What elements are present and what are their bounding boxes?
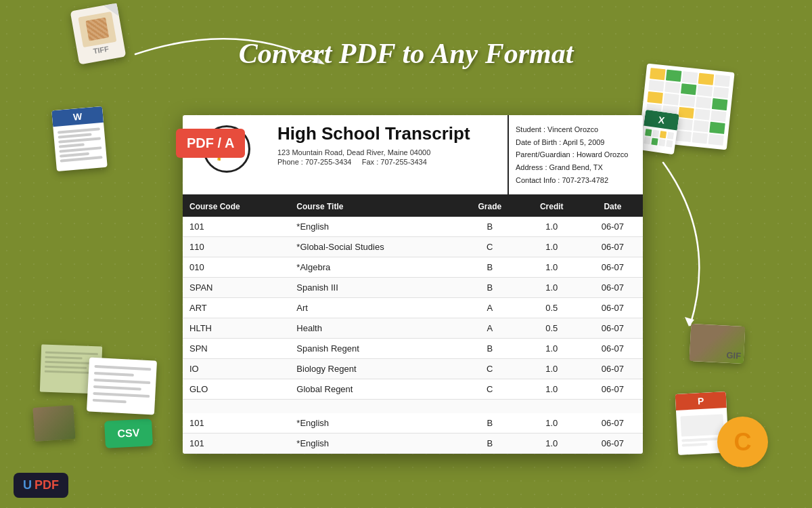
cell-grade: B	[459, 339, 520, 359]
cell-date: 06-07	[583, 298, 643, 318]
table-header-row: Course Code Course Title Grade Credit Da…	[183, 196, 643, 217]
gif-icon: GIF	[690, 324, 746, 364]
student-name-row: Student : Vincent Orozco	[516, 123, 636, 136]
cell-date: 06-07	[583, 359, 643, 379]
cell-title: *English	[290, 217, 459, 237]
cell-grade: B	[459, 413, 520, 433]
pdf-badge: PDF / A	[176, 129, 245, 158]
student-info: Student : Vincent Orozco Date of Birth :…	[508, 115, 643, 194]
cell-credit: 0.5	[521, 298, 583, 318]
cell-grade: B	[459, 433, 520, 453]
cell-credit: 1.0	[521, 379, 583, 400]
document-header: 🎓 High School Transcript 123 Mountain Ro…	[183, 115, 643, 196]
cell-credit: 1.0	[521, 339, 583, 359]
cell-title: Art	[290, 298, 459, 318]
cell-code: 101	[183, 433, 290, 453]
cell-title: Global Regent	[290, 379, 459, 400]
cell-credit: 1.0	[521, 237, 583, 257]
cell-credit: 1.0	[521, 257, 583, 278]
cell-code: GLO	[183, 379, 290, 400]
cell-title: *Global-Social Studies	[290, 237, 459, 257]
tiff-icon: TIFF	[70, 3, 127, 65]
col-header-date: Date	[583, 196, 643, 217]
cell-grade: A	[459, 318, 520, 339]
cell-credit: 1.0	[521, 217, 583, 237]
cell-title: *English	[290, 413, 459, 433]
cell-grade: B	[459, 217, 520, 237]
table-row: IO Biology Regent C 1.0 06-07	[183, 359, 643, 379]
table-row: HLTH Health A 0.5 06-07	[183, 318, 643, 339]
cell-date: 06-07	[583, 433, 643, 453]
col-header-title: Course Title	[290, 196, 459, 217]
cell-grade: C	[459, 379, 520, 400]
cell-code: HLTH	[183, 318, 290, 339]
word-doc-icon: W	[51, 106, 108, 171]
cell-code: 101	[183, 413, 290, 433]
updf-pdf: PDF	[35, 478, 59, 492]
school-address: 123 Mountain Road, Dead River, Maine 040…	[277, 148, 501, 156]
col-header-grade: Grade	[459, 196, 520, 217]
cell-date: 06-07	[583, 318, 643, 339]
cell-title: Spanish Regent	[290, 339, 459, 359]
cell-code: IO	[183, 359, 290, 379]
table-row: 101 *English B 1.0 06-07	[183, 217, 643, 237]
cell-grade: A	[459, 298, 520, 318]
gap-row	[183, 400, 643, 413]
cell-date: 06-07	[583, 257, 643, 278]
cell-grade: B	[459, 257, 520, 278]
table-row: 110 *Global-Social Studies C 1.0 06-07	[183, 237, 643, 257]
guardian-row: Parent/Guardian : Howard Orozco	[516, 148, 636, 161]
cell-credit: 1.0	[521, 278, 583, 298]
note-paper-icon	[87, 357, 157, 415]
school-contact: Phone : 707-255-3434 Fax : 707-255-3434	[277, 158, 501, 166]
col-header-credit: Credit	[521, 196, 583, 217]
updf-branding: UPDF	[14, 473, 68, 498]
cell-credit: 1.0	[521, 359, 583, 379]
cell-date: 06-07	[583, 278, 643, 298]
table-row: SPN Spanish Regent B 1.0 06-07	[183, 339, 643, 359]
table-row: ART Art A 0.5 06-07	[183, 298, 643, 318]
transcript-table: Course Code Course Title Grade Credit Da…	[183, 196, 643, 454]
cell-title: Spanish III	[290, 278, 459, 298]
document-container: 🎓 High School Transcript 123 Mountain Ro…	[183, 115, 643, 454]
cell-title: Biology Regent	[290, 359, 459, 379]
cell-date: 06-07	[583, 237, 643, 257]
cell-code: 010	[183, 257, 290, 278]
title-area: High School Transcript 123 Mountain Road…	[271, 115, 508, 175]
cell-title: *English	[290, 433, 459, 453]
cell-code: SPN	[183, 339, 290, 359]
csv-icon: CSV	[104, 419, 153, 448]
cell-code: ART	[183, 298, 290, 318]
col-header-code: Course Code	[183, 196, 290, 217]
cell-date: 06-07	[583, 339, 643, 359]
cell-title: *Algebra	[290, 257, 459, 278]
cell-title: Health	[290, 318, 459, 339]
table-row: SPAN Spanish III B 1.0 06-07	[183, 278, 643, 298]
cell-grade: B	[459, 278, 520, 298]
cell-credit: 1.0	[521, 433, 583, 453]
contact-row: Contact Info : 707-273-4782	[516, 174, 636, 187]
cell-code: 110	[183, 237, 290, 257]
cell-credit: 1.0	[521, 413, 583, 433]
photo-thumbnail	[32, 405, 75, 442]
cell-date: 06-07	[583, 413, 643, 433]
cell-code: SPAN	[183, 278, 290, 298]
cell-grade: C	[459, 237, 520, 257]
table-row: GLO Global Regent C 1.0 06-07	[183, 379, 643, 400]
cell-credit: 0.5	[521, 318, 583, 339]
updf-u: U	[23, 478, 32, 492]
excel-icon: X	[640, 110, 679, 154]
dob-row: Date of Birth : April 5, 2009	[516, 136, 636, 149]
c-icon: C	[717, 417, 768, 467]
cell-grade: C	[459, 359, 520, 379]
table-row: 101 *English B 1.0 06-07	[183, 433, 643, 453]
address-row: Address : Grand Bend, TX	[516, 161, 636, 174]
cell-date: 06-07	[583, 217, 643, 237]
table-row: 010 *Algebra B 1.0 06-07	[183, 257, 643, 278]
document-title: High School Transcript	[277, 123, 501, 144]
cell-code: 101	[183, 217, 290, 237]
cell-date: 06-07	[583, 379, 643, 400]
table-row: 101 *English B 1.0 06-07	[183, 413, 643, 433]
